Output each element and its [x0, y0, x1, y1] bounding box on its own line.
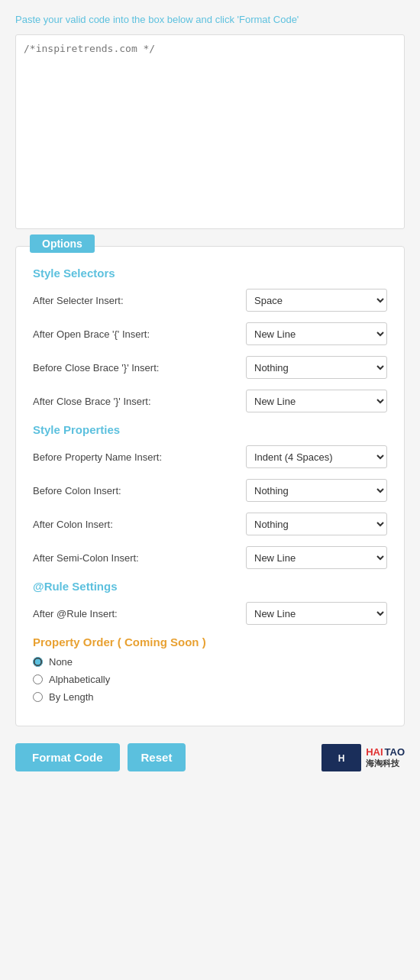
- coming-soon-label: ( Coming Soon ): [115, 636, 206, 648]
- option-row-after-selector: After Selecter Insert: Nothing Space New…: [33, 289, 387, 312]
- code-input[interactable]: [24, 43, 396, 218]
- select-before-close-brace[interactable]: Nothing Space New Line Indent (2 Spaces)…: [246, 356, 387, 379]
- select-open-brace[interactable]: Nothing Space New Line Indent (2 Spaces)…: [246, 322, 387, 345]
- select-before-property[interactable]: Nothing Space New Line Indent (2 Spaces)…: [246, 445, 387, 468]
- option-row-after-close-brace: After Close Brace '}' Insert: Nothing Sp…: [33, 390, 387, 412]
- radio-bylength[interactable]: [33, 692, 43, 702]
- radio-none-row: None: [33, 656, 387, 668]
- intro-after: code into the box below and click 'Forma…: [86, 14, 299, 25]
- radio-alphabetically[interactable]: [33, 674, 43, 684]
- radio-none-label: None: [49, 656, 73, 668]
- property-order-label: Property Order: [33, 636, 115, 648]
- radio-bylength-label: By Length: [49, 691, 94, 703]
- label-after-colon: After Colon Insert:: [33, 519, 246, 530]
- select-after-selector[interactable]: Nothing Space New Line Indent (2 Spaces)…: [246, 289, 387, 312]
- radio-none[interactable]: [33, 657, 43, 667]
- watermark-text: HAI TAO 海淘科技: [366, 746, 405, 769]
- buttons-left: Format Code Reset: [15, 743, 186, 771]
- label-before-property: Before Property Name Insert:: [33, 451, 246, 463]
- label-after-semicolon: After Semi-Colon Insert:: [33, 552, 246, 564]
- options-badge: Options: [30, 234, 95, 253]
- svg-text:H: H: [338, 753, 345, 764]
- label-after-close-brace: After Close Brace '}' Insert:: [33, 396, 246, 407]
- intro-before: Paste your: [15, 14, 66, 25]
- option-row-after-semicolon: After Semi-Colon Insert: Nothing Space N…: [33, 546, 387, 569]
- option-row-after-colon: After Colon Insert: Nothing Space New Li…: [33, 513, 387, 535]
- reset-button[interactable]: Reset: [128, 743, 186, 771]
- select-at-rule[interactable]: Nothing Space New Line Indent (2 Spaces)…: [246, 602, 387, 625]
- select-before-colon[interactable]: Nothing Space New Line Indent (2 Spaces)…: [246, 479, 387, 502]
- label-before-colon: Before Colon Insert:: [33, 485, 246, 496]
- intro-highlight: valid: [66, 14, 86, 25]
- option-row-before-close-brace: Before Close Brace '}' Insert: Nothing S…: [33, 356, 387, 379]
- watermark-chinese: 海淘科技: [366, 758, 405, 769]
- select-after-semicolon[interactable]: Nothing Space New Line Indent (2 Spaces)…: [246, 546, 387, 569]
- code-input-wrapper: [15, 34, 405, 229]
- option-row-before-property: Before Property Name Insert: Nothing Spa…: [33, 445, 387, 468]
- label-at-rule: After @Rule Insert:: [33, 608, 246, 619]
- radio-alphabetically-label: Alphabetically: [49, 674, 110, 685]
- watermark: H HAI TAO 海淘科技: [321, 744, 405, 771]
- property-order-section: Property Order ( Coming Soon ) None Alph…: [33, 636, 387, 703]
- watermark-logo: H: [321, 744, 361, 771]
- watermark-tao: TAO: [385, 746, 405, 758]
- select-after-close-brace[interactable]: Nothing Space New Line Indent (2 Spaces)…: [246, 390, 387, 412]
- option-row-open-brace: After Open Brace '{' Insert: Nothing Spa…: [33, 322, 387, 345]
- style-properties-title: Style Properties: [33, 423, 387, 436]
- option-row-at-rule: After @Rule Insert: Nothing Space New Li…: [33, 602, 387, 625]
- format-code-button[interactable]: Format Code: [15, 743, 120, 771]
- option-row-before-colon: Before Colon Insert: Nothing Space New L…: [33, 479, 387, 502]
- property-order-title: Property Order ( Coming Soon ): [33, 636, 387, 648]
- style-selectors-title: Style Selectors: [33, 267, 387, 280]
- at-rule-title: @Rule Settings: [33, 580, 387, 593]
- label-open-brace: After Open Brace '{' Insert:: [33, 328, 246, 340]
- buttons-row: Format Code Reset H HAI TAO 海淘科技: [15, 743, 405, 771]
- radio-bylength-row: By Length: [33, 691, 387, 703]
- select-after-colon[interactable]: Nothing Space New Line Indent (2 Spaces)…: [246, 513, 387, 535]
- label-before-close-brace: Before Close Brace '}' Insert:: [33, 362, 246, 374]
- label-after-selector: After Selecter Insert:: [33, 295, 246, 306]
- watermark-hai: HAI: [366, 746, 383, 758]
- intro-text: Paste your valid code into the box below…: [15, 14, 405, 25]
- options-container: Options Style Selectors After Selecter I…: [15, 246, 405, 726]
- radio-alphabetically-row: Alphabetically: [33, 674, 387, 685]
